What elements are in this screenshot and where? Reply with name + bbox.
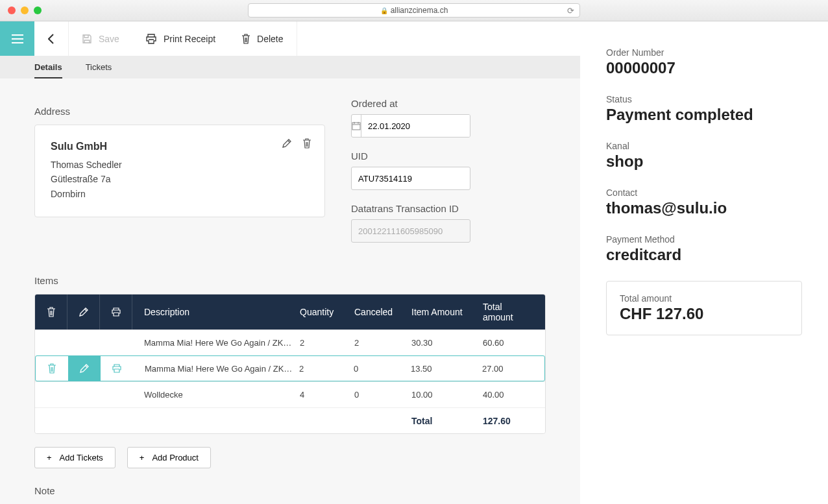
maximize-window-icon[interactable] xyxy=(34,6,42,14)
hamburger-icon xyxy=(12,34,23,43)
datatrans-label: Datatrans Transaction ID xyxy=(351,203,546,214)
header-print-icon[interactable] xyxy=(100,294,132,330)
col-canceled: Canceled xyxy=(354,307,411,317)
ordered-at-label: Ordered at xyxy=(351,98,546,109)
ordered-at-input[interactable] xyxy=(361,115,470,137)
delete-button[interactable]: Delete xyxy=(228,21,296,56)
row-description: Mamma Mia! Here We Go Again / ZKB Lodge … xyxy=(133,364,299,374)
traffic-lights xyxy=(8,6,42,14)
add-tickets-button[interactable]: + Add Tickets xyxy=(34,447,116,468)
print-icon xyxy=(145,34,157,44)
header-trash-icon[interactable] xyxy=(35,294,67,330)
status-label: Status xyxy=(606,94,802,104)
row-canceled: 2 xyxy=(354,338,411,348)
contact-value: thomas@sulu.io xyxy=(606,199,802,217)
row-print-icon[interactable] xyxy=(100,330,132,355)
status-value: Payment completed xyxy=(606,106,802,124)
order-summary: Order Number 00000007 Status Payment com… xyxy=(580,21,828,504)
datatrans-input xyxy=(351,219,470,243)
close-window-icon[interactable] xyxy=(8,6,16,14)
total-amount-value: CHF 127.60 xyxy=(620,305,788,323)
header-edit-icon[interactable] xyxy=(67,294,100,330)
back-button[interactable] xyxy=(34,21,69,56)
contact-label: Contact xyxy=(606,187,802,198)
row-canceled: 0 xyxy=(354,390,411,400)
add-product-button[interactable]: + Add Product xyxy=(127,447,211,468)
col-quantity: Quantity xyxy=(300,307,354,317)
order-number: 00000007 xyxy=(606,59,802,77)
total-box: Total amount CHF 127.60 xyxy=(606,281,802,335)
row-item-amount: 30.30 xyxy=(411,338,483,348)
table-row[interactable]: Mamma Mia! Here We Go Again / ZKB Lodge … xyxy=(35,330,545,355)
chevron-left-icon xyxy=(48,34,55,44)
url-bar[interactable]: 🔒 allianzcinema.ch ⟳ xyxy=(248,3,580,18)
row-edit-icon[interactable] xyxy=(67,330,100,355)
browser-chrome: 🔒 allianzcinema.ch ⟳ xyxy=(0,0,828,21)
edit-address-icon[interactable] xyxy=(282,138,292,149)
save-icon xyxy=(82,34,92,44)
row-quantity: 2 xyxy=(299,364,354,374)
row-item-amount: 10.00 xyxy=(411,390,483,400)
content-area: Address Sulu GmbH Thomas Schedler xyxy=(0,78,580,504)
tab-tickets[interactable]: Tickets xyxy=(86,62,112,72)
order-number-label: Order Number xyxy=(606,47,802,58)
row-item-amount: 13.50 xyxy=(411,364,482,374)
payment-method-value: creditcard xyxy=(606,246,802,264)
delete-label: Delete xyxy=(257,34,283,44)
add-tickets-label: Add Tickets xyxy=(60,453,103,462)
row-trash-icon[interactable] xyxy=(35,330,67,355)
menu-button[interactable] xyxy=(0,21,34,56)
save-label: Save xyxy=(99,34,119,44)
ordered-at-field[interactable] xyxy=(351,114,470,138)
row-canceled: 0 xyxy=(354,364,411,374)
items-total-row: Total 127.60 xyxy=(35,407,545,433)
plus-icon: + xyxy=(140,453,145,462)
row-trash-icon[interactable] xyxy=(36,356,68,381)
address-label: Address xyxy=(34,106,325,117)
row-edit-icon[interactable] xyxy=(68,356,101,381)
table-row[interactable]: Mamma Mia! Here We Go Again / ZKB Lodge … xyxy=(35,355,545,381)
address-company: Sulu GmbH xyxy=(51,141,309,152)
kanal-label: Kanal xyxy=(606,141,802,151)
col-description: Description xyxy=(132,307,300,317)
row-edit-icon[interactable] xyxy=(67,382,100,407)
minimize-window-icon[interactable] xyxy=(21,6,29,14)
url-text: allianzcinema.ch xyxy=(391,6,448,15)
refresh-icon[interactable]: ⟳ xyxy=(567,6,574,16)
row-trash-icon[interactable] xyxy=(35,382,67,407)
print-receipt-button[interactable]: Print Receipt xyxy=(132,21,228,56)
address-street: Gütlestraße 7a xyxy=(51,172,309,186)
uid-label: UID xyxy=(351,150,546,162)
address-city: Dornbirn xyxy=(51,187,309,201)
items-header: Description Quantity Canceled Item Amoun… xyxy=(35,294,545,330)
tab-details[interactable]: Details xyxy=(34,62,62,72)
row-description: Mamma Mia! Here We Go Again / ZKB Lodge … xyxy=(132,338,300,348)
note-label: Note xyxy=(34,485,546,496)
row-description: Wolldecke xyxy=(132,390,300,400)
add-product-label: Add Product xyxy=(152,453,199,462)
calendar-icon[interactable] xyxy=(352,115,361,137)
total-label: Total xyxy=(411,416,483,426)
kanal-value: shop xyxy=(606,152,802,171)
row-total-amount: 60.60 xyxy=(483,338,545,348)
delete-address-icon[interactable] xyxy=(302,138,311,149)
col-total-amount: Total amount xyxy=(483,302,545,322)
lock-icon: 🔒 xyxy=(380,7,388,14)
tabs: Details Tickets xyxy=(0,56,580,78)
address-card: Sulu GmbH Thomas Schedler Gütlestraße 7a… xyxy=(34,125,325,217)
toolbar: Save Print Receipt Delete xyxy=(0,21,580,56)
row-print-icon[interactable] xyxy=(101,356,133,381)
col-item-amount: Item Amount xyxy=(411,307,483,317)
trash-icon xyxy=(241,34,250,44)
items-table: Description Quantity Canceled Item Amoun… xyxy=(34,294,546,434)
total-amount-label: Total amount xyxy=(620,293,788,304)
row-quantity: 4 xyxy=(300,390,354,400)
print-label: Print Receipt xyxy=(164,34,215,44)
uid-input[interactable] xyxy=(351,167,470,190)
table-row[interactable]: Wolldecke4010.0040.00 xyxy=(35,381,545,407)
row-total-amount: 40.00 xyxy=(483,390,545,400)
total-value: 127.60 xyxy=(483,416,545,426)
row-print-icon[interactable] xyxy=(100,382,132,407)
row-quantity: 2 xyxy=(300,338,354,348)
svg-rect-0 xyxy=(352,123,360,130)
